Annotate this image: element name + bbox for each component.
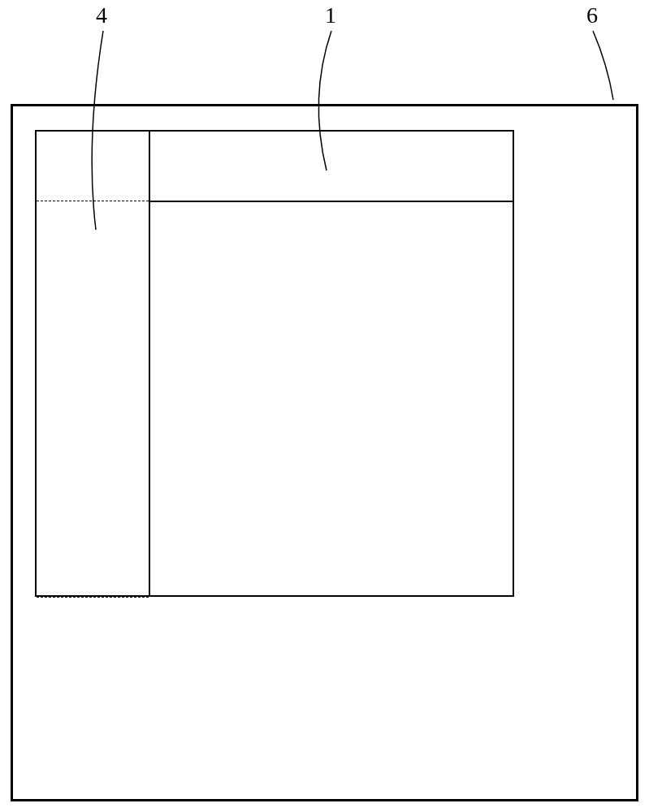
inner-square-1 (149, 201, 514, 597)
dashed-line-bottom (37, 597, 149, 598)
dashed-line-top (37, 201, 149, 201)
